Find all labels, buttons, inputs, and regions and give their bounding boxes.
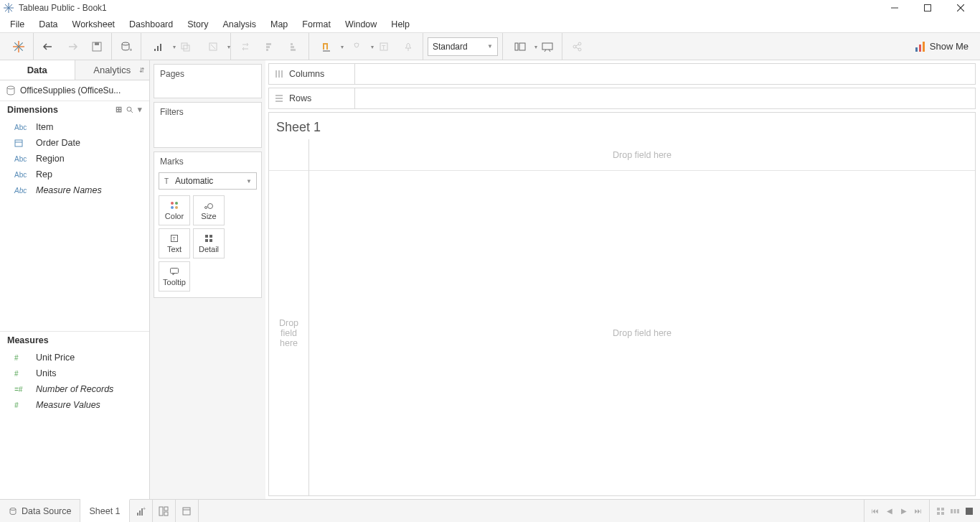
svg-rect-61 [205,239,208,242]
menu-data[interactable]: Data [32,16,65,33]
new-dashboard-tab[interactable] [153,500,176,522]
svg-rect-76 [164,507,168,511]
field-measure-names[interactable]: AbcMeasure Names [0,182,149,198]
field-measure-values[interactable]: #Measure Values [0,397,149,413]
title-bar: Tableau Public - Book1 [0,0,980,16]
tab-sheet-1[interactable]: Sheet 1 [80,499,129,522]
sort-desc-button[interactable] [284,37,304,57]
mark-color[interactable]: Color [159,195,190,225]
field-number-of-records[interactable]: =#Number of Records [0,381,149,397]
data-pane: Data Analytics⇵ OfficeSupplies (OfficeSu… [0,60,150,499]
menu-analysis[interactable]: Analysis [215,16,263,33]
new-worksheet-button[interactable]: ▾ [146,37,171,57]
svg-rect-5 [925,5,931,11]
redo-button[interactable] [62,37,83,57]
rows-shelf[interactable]: Rows [268,88,976,109]
field-region[interactable]: AbcRegion [0,151,149,167]
number-icon: # [14,354,30,362]
filmstrip-view-icon[interactable] [950,506,960,516]
nav-prev-icon[interactable]: ◀ [885,506,895,516]
show-me-button[interactable]: Show Me [908,41,976,52]
mark-type-select[interactable]: TAutomatic ▼ [159,172,257,190]
tab-analytics[interactable]: Analytics⇵ [75,60,150,80]
slide-view-icon[interactable] [964,506,974,516]
view-icon[interactable]: ⊞ [116,105,122,114]
tableau-home-icon[interactable] [9,37,29,57]
undo-button[interactable] [38,37,58,57]
close-button[interactable] [944,0,977,16]
menu-worksheet[interactable]: Worksheet [65,16,123,33]
mark-size[interactable]: Size [193,195,225,225]
save-button[interactable] [87,37,107,57]
menu-window[interactable]: Window [338,16,384,33]
new-datasource-button[interactable]: + [116,37,136,57]
svg-rect-59 [205,235,208,238]
sort-asc-button[interactable] [260,37,280,57]
field-item[interactable]: AbcItem [0,119,149,135]
labels-button[interactable]: T [374,37,394,57]
menu-file[interactable]: File [3,16,32,33]
pin-button[interactable] [398,37,418,57]
number-icon: # [14,370,30,378]
svg-rect-18 [160,44,161,51]
datasource-item[interactable]: OfficeSupplies (OfficeSu... [0,80,149,101]
menu-icon[interactable]: ▾ [138,105,142,114]
new-story-tab[interactable] [176,500,199,522]
svg-text:T: T [173,236,176,241]
menu-map[interactable]: Map [263,16,295,33]
duplicate-button[interactable] [176,37,196,57]
group-button[interactable]: ▾ [344,37,369,57]
maximize-button[interactable] [911,0,944,16]
highlight-button[interactable]: ▾ [314,37,339,57]
presentation-button[interactable] [537,37,557,57]
tableau-logo-icon [3,2,14,14]
nav-next-icon[interactable]: ▶ [899,506,909,516]
nav-last-icon[interactable]: ⏭ [913,506,923,516]
search-icon[interactable] [126,106,133,113]
grid-view-icon[interactable] [936,506,946,516]
tab-datasource[interactable]: Data Source [0,500,80,522]
tab-data[interactable]: Data [0,60,75,80]
swap-button[interactable] [235,37,255,57]
pages-card[interactable]: Pages [154,64,262,98]
toolbar: + ▾ ▾ ▾ ▾ T Standard▼ ▾ Show Me [0,33,980,60]
minimize-button[interactable] [878,0,911,16]
svg-rect-20 [184,45,189,51]
tab-nav: ⏮ ◀ ▶ ⏭ [864,500,929,522]
menu-help[interactable]: Help [384,16,417,33]
menu-story[interactable]: Story [180,16,215,33]
svg-point-53 [171,206,174,209]
field-rep[interactable]: AbcRep [0,167,149,182]
share-button[interactable] [567,37,587,57]
fit-select[interactable]: Standard▼ [428,37,498,56]
svg-line-41 [576,47,579,49]
nav-first-icon[interactable]: ⏮ [870,506,880,516]
drop-rows-area[interactable]: Drop field here [269,171,309,495]
mark-detail[interactable]: Detail [193,228,225,258]
view-mode [929,500,980,522]
mark-tooltip[interactable]: Tooltip [159,261,190,292]
field-units[interactable]: #Units [0,365,149,381]
sheet-view[interactable]: Sheet 1 Drop field here Drop field here … [268,112,976,496]
show-cards-button[interactable]: ▾ [507,37,533,57]
drop-main-area[interactable]: Drop field here [309,171,975,495]
svg-point-55 [205,207,207,209]
new-worksheet-tab[interactable]: + [130,500,153,522]
field-order-date[interactable]: Order Date [0,135,149,151]
mark-text[interactable]: TText [159,228,190,258]
svg-rect-81 [941,508,944,511]
field-unit-price[interactable]: #Unit Price [0,350,149,365]
svg-line-40 [576,45,579,46]
clear-button[interactable]: ▾ [200,37,226,57]
measures-list: #Unit Price #Units =#Number of Records #… [0,348,149,499]
menu-format[interactable]: Format [295,16,338,33]
menu-dashboard[interactable]: Dashboard [122,16,180,33]
svg-rect-19 [182,43,187,49]
columns-shelf[interactable]: Columns [268,63,976,85]
svg-rect-23 [266,49,268,51]
filters-card[interactable]: Filters [154,102,262,148]
calc-number-icon: =# [14,386,30,393]
sheet-title[interactable]: Sheet 1 [269,113,975,139]
calendar-icon [14,139,30,147]
drop-columns-area[interactable]: Drop field here [309,139,975,171]
